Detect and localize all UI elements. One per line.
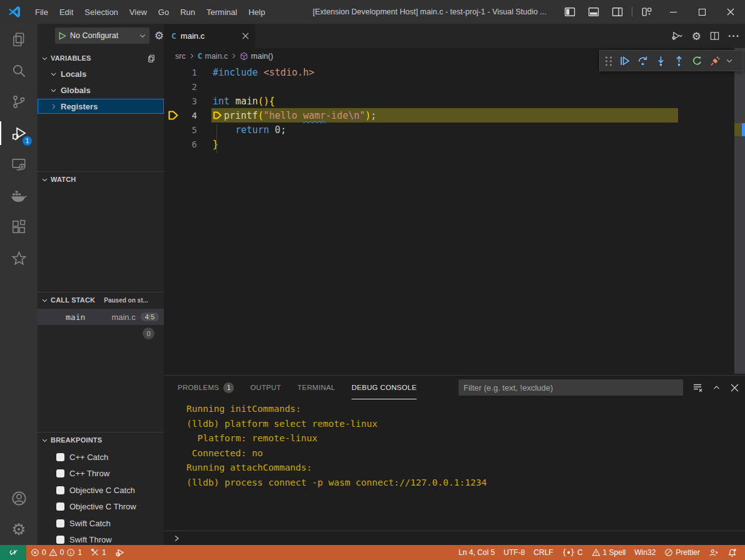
start-debug-icon[interactable] (58, 32, 66, 40)
sidebar-item-accounts[interactable] (0, 482, 38, 514)
breakpoint-checkbox[interactable] (56, 519, 64, 528)
variables-item-registers[interactable]: Registers (38, 99, 164, 114)
cursor-position[interactable]: Ln 4, Col 5 (454, 545, 499, 560)
tab-main-c[interactable]: C main.c (164, 24, 255, 48)
overview-current-line-marker (734, 123, 742, 136)
sidebar-item-extensions[interactable] (0, 211, 38, 242)
panel-tab-debug-console[interactable]: DEBUG CONSOLE (352, 376, 417, 399)
minimize-button[interactable] (659, 0, 687, 24)
step-out-button[interactable] (670, 51, 688, 70)
menu-file[interactable]: File (29, 8, 54, 17)
debug-console-input-row[interactable] (164, 531, 745, 546)
console-filter-input[interactable] (459, 379, 683, 396)
call-stack-frame-row[interactable]: main main.c 4:5 (38, 309, 164, 325)
breakpoint-row[interactable]: Swift Catch (38, 515, 164, 531)
settings-gear-button[interactable]: ⚙ (692, 30, 701, 42)
menu-view[interactable]: View (124, 8, 153, 17)
clear-console-icon[interactable] (692, 382, 702, 392)
close-panel-icon[interactable] (731, 384, 739, 392)
variables-item-globals[interactable]: Globals (38, 82, 164, 98)
launch-settings-gear-icon[interactable]: ⚙ (155, 29, 164, 42)
step-over-button[interactable] (634, 51, 652, 70)
code-line[interactable]: 2 (164, 79, 734, 94)
continue-button[interactable] (616, 51, 634, 70)
breakpoints-section-header[interactable]: BREAKPOINTS (38, 433, 164, 447)
encoding[interactable]: UTF-8 (499, 545, 529, 560)
drag-handle-icon[interactable] (604, 56, 613, 66)
language-mode[interactable]: {} C (557, 545, 587, 560)
sidebar-item-search[interactable] (0, 55, 38, 86)
breakpoint-row[interactable]: Objective C Catch (38, 482, 164, 498)
problems-status[interactable]: 0 0 1 (26, 545, 86, 560)
split-editor-button[interactable] (710, 31, 719, 41)
maximize-button[interactable] (687, 0, 716, 24)
sidebar-item-run-and-debug[interactable]: 1 (0, 118, 38, 149)
breakpoint-checkbox[interactable] (56, 453, 64, 461)
toggle-sidebar-icon[interactable] (558, 0, 582, 24)
chevron-right-icon (50, 103, 57, 110)
window-controls (558, 0, 745, 24)
breakpoint-checkbox[interactable] (56, 536, 64, 544)
code-editor[interactable]: 1#include <stdio.h>23int main(){4printf(… (164, 64, 734, 375)
menu-terminal[interactable]: Terminal (201, 8, 243, 17)
more-actions-button[interactable]: ··· (728, 31, 740, 42)
breakpoint-row[interactable]: C++ Throw (38, 466, 164, 482)
breadcrumb-item[interactable]: main() (240, 52, 273, 61)
feedback-status[interactable] (704, 545, 723, 560)
menu-edit[interactable]: Edit (54, 8, 79, 17)
menu-run[interactable]: Run (175, 8, 201, 17)
breakpoint-checkbox[interactable] (56, 469, 64, 478)
eol-sequence[interactable]: CRLF (529, 545, 557, 560)
close-window-button[interactable] (716, 0, 745, 24)
sidebar-item-docker[interactable] (0, 180, 38, 211)
code-line[interactable]: 6} (164, 137, 734, 151)
copy-icon[interactable] (147, 54, 156, 63)
panel-tab-terminal[interactable]: TERMINAL (297, 376, 335, 399)
toggle-panel-icon[interactable] (582, 0, 606, 24)
watch-section-header[interactable]: WATCH (38, 172, 164, 186)
menu-go[interactable]: Go (153, 8, 175, 17)
sidebar-item-remote-explorer[interactable] (0, 149, 38, 180)
sidebar-item-manage[interactable]: ⚙ (0, 514, 38, 545)
code-line[interactable]: 5 return 0; (164, 122, 734, 137)
sidebar-item-star-extension[interactable] (0, 242, 38, 274)
breadcrumb-item[interactable]: src (175, 52, 186, 61)
code-line[interactable]: 3int main(){ (164, 94, 734, 108)
variables-item-locals[interactable]: Locals (38, 66, 164, 81)
debug-configuration-dropdown[interactable]: No Configurat (55, 28, 150, 44)
breakpoint-row[interactable]: Objective C Throw (38, 499, 164, 515)
maximize-panel-icon[interactable] (712, 384, 721, 392)
code-token: <stdio.h> (263, 67, 314, 78)
toggle-secondary-sidebar-icon[interactable] (606, 0, 629, 24)
variables-section-header[interactable]: VARIABLES (38, 51, 164, 65)
breakpoint-checkbox[interactable] (56, 502, 64, 511)
breakpoint-checkbox[interactable] (56, 486, 64, 494)
sidebar-item-source-control[interactable] (0, 86, 38, 118)
chevron-down-icon[interactable] (726, 57, 733, 64)
step-into-button[interactable] (652, 51, 670, 70)
spell-checker-status[interactable]: 1 Spell (587, 545, 631, 560)
close-tab-icon[interactable] (242, 32, 249, 39)
disconnect-button[interactable] (706, 51, 724, 70)
customize-layout-icon[interactable] (635, 0, 659, 24)
call-stack-section-header[interactable]: CALL STACK Paused on st... (38, 293, 164, 307)
code-line[interactable]: 4printf("hello wamr-ide\n"); (164, 108, 734, 122)
panel-tab-output[interactable]: OUTPUT (250, 376, 281, 399)
chevron-down-icon (41, 176, 48, 183)
platform-target[interactable]: Win32 (630, 545, 660, 560)
restart-button[interactable] (688, 51, 706, 70)
panel-tab-problems[interactable]: PROBLEMS1 (178, 376, 234, 399)
run-or-debug-button[interactable] (671, 31, 683, 41)
overview-ruler[interactable] (734, 48, 745, 374)
menu-selection[interactable]: Selection (79, 8, 123, 17)
tools-status[interactable]: 1 (86, 545, 111, 560)
breadcrumb-item[interactable]: Cmain.c (198, 51, 228, 61)
remote-indicator[interactable] (0, 545, 26, 560)
formatter-status[interactable]: Prettier (660, 545, 704, 560)
debug-status[interactable] (111, 545, 129, 560)
menu-help[interactable]: Help (243, 8, 271, 17)
notifications-status[interactable] (723, 545, 741, 560)
breakpoint-row[interactable]: C++ Catch (38, 449, 164, 465)
breakpoint-row[interactable]: Swift Throw (38, 532, 164, 546)
sidebar-item-explorer[interactable] (0, 24, 38, 55)
